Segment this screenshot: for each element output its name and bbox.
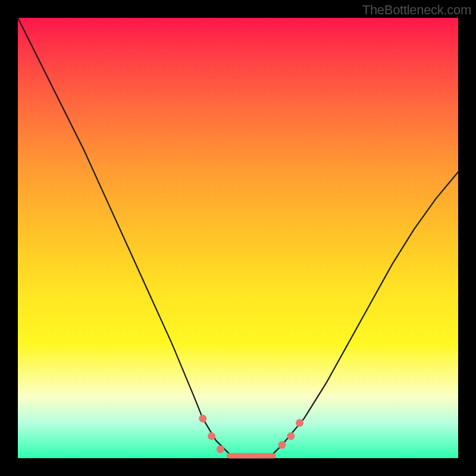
- outer-frame: TheBottleneck.com: [0, 0, 476, 476]
- marker-dot: [287, 433, 295, 440]
- plot-area: [18, 18, 458, 458]
- attribution-text: TheBottleneck.com: [362, 2, 471, 18]
- marker-dot: [296, 419, 303, 427]
- marker-dot: [217, 446, 224, 453]
- marker-dot: [199, 415, 206, 422]
- bottleneck-curve: [18, 18, 458, 458]
- marker-dots: [199, 415, 303, 453]
- marker-dot: [278, 441, 286, 449]
- bottleneck-chart: [18, 18, 458, 458]
- marker-dot: [208, 433, 215, 440]
